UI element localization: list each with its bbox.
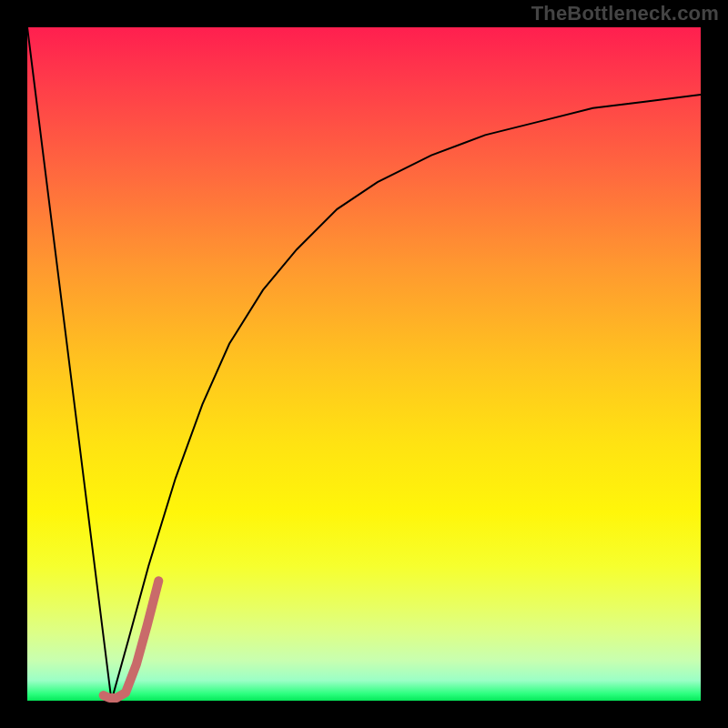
series-marker-j-stroke <box>104 581 159 698</box>
chart-lines-layer <box>27 27 701 701</box>
watermark-text: TheBottleneck.com <box>531 2 719 25</box>
chart-frame: TheBottleneck.com <box>0 0 728 728</box>
series-right-rise-curve <box>112 95 702 701</box>
series-left-descent <box>27 27 112 701</box>
